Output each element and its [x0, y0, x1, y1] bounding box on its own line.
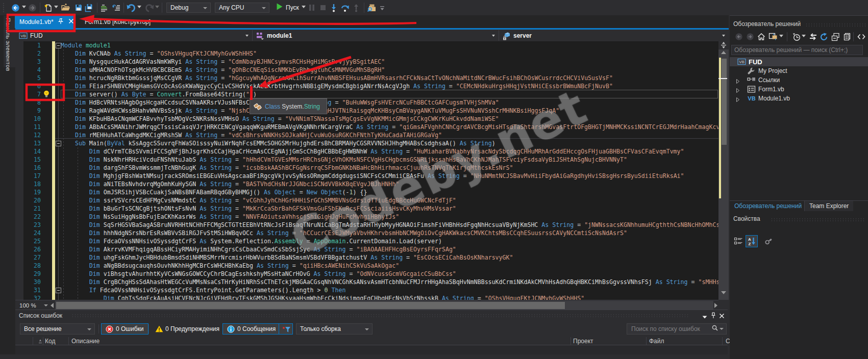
- error-list-search-input[interactable]: Поиск по списку ошибок: [627, 323, 727, 335]
- se-switch-views-button[interactable]: [768, 32, 778, 42]
- nav-back-button[interactable]: [11, 2, 20, 14]
- messages-filter-button[interactable]: 0 Сообщения: [222, 323, 280, 335]
- chevron-down-icon[interactable]: [22, 6, 26, 8]
- start-debugging-button[interactable]: Пуск: [276, 2, 299, 14]
- expander-icon[interactable]: [736, 96, 739, 104]
- code-editor[interactable]: 1234567891011121314151617181920212223242…: [15, 41, 718, 300]
- column-separator: [722, 337, 723, 345]
- horizontal-scrollbar[interactable]: 100 %: [15, 300, 718, 310]
- find-in-files-button[interactable]: [367, 2, 377, 14]
- column-header-0[interactable]: Код: [45, 337, 55, 345]
- splitter-handle[interactable]: [718, 41, 729, 49]
- filter-button[interactable]: [279, 323, 293, 335]
- scroll-left-arrow[interactable]: [51, 303, 54, 308]
- new-file-button[interactable]: [44, 2, 53, 14]
- solution-explorer-panel: Обозреватель решений Обозреватель решени…: [730, 15, 868, 359]
- open-file-button[interactable]: [61, 2, 70, 14]
- indicator-margin[interactable]: [15, 41, 23, 300]
- chevron-down-icon[interactable]: [245, 35, 249, 37]
- chevron-down-icon[interactable]: [137, 6, 141, 8]
- outlining-margin[interactable]: [55, 41, 61, 300]
- svg-text:VB: VB: [20, 34, 26, 38]
- toolbar-overflow-button[interactable]: [379, 2, 385, 14]
- toolbox-vertical-tab[interactable]: Панель элементов: [4, 16, 15, 67]
- start-options-chevron[interactable]: [302, 6, 306, 8]
- tab-solution-explorer[interactable]: Обозреватель решений: [730, 201, 806, 211]
- column-header-3[interactable]: Файл: [649, 337, 664, 345]
- expander-icon[interactable]: [736, 87, 739, 94]
- se-show-all-files-button[interactable]: [841, 32, 852, 42]
- scroll-right-arrow[interactable]: [714, 303, 717, 308]
- code-line-27: Dim uhgFskGhmJycHBHdubBmsdSdiNHMBSMrrNrc…: [61, 253, 718, 262]
- column-header-2[interactable]: Проект: [573, 337, 593, 345]
- code-line-10: Dim KFbuHBAsCNqmWCFABvvhyTsbMOgVcSNKRsNs…: [61, 115, 718, 123]
- grip-button[interactable]: [2, 2, 6, 14]
- build-filter-combobox[interactable]: Только сборка: [296, 323, 373, 335]
- warnings-filter-button[interactable]: 0 Предупреждения: [151, 323, 224, 335]
- undo-button[interactable]: [126, 2, 136, 14]
- tree-item-module1-vb[interactable]: VBModule1.vb: [730, 94, 868, 103]
- window-position-menu-icon[interactable]: [701, 312, 708, 320]
- tree-item-fud[interactable]: VBFUD: [730, 57, 868, 66]
- solution-tree: VBFUDMy ProjectСсылкиForm1.vbVBModule1.v…: [730, 57, 868, 103]
- expander-icon[interactable]: [736, 78, 739, 85]
- horizontal-scroll-track[interactable]: [55, 301, 713, 310]
- navbar-label: server: [513, 32, 532, 39]
- lightbulb-icon[interactable]: [43, 90, 50, 98]
- outdent-lines-button[interactable]: [112, 2, 121, 14]
- tree-item-form1-vb[interactable]: Form1.vb: [730, 85, 868, 94]
- scroll-down-arrow[interactable]: [721, 291, 726, 294]
- column-header-1[interactable]: Описание: [71, 337, 100, 345]
- close-icon[interactable]: [718, 312, 726, 320]
- scroll-up-arrow[interactable]: [721, 51, 726, 54]
- vertical-scroll-thumb[interactable]: [722, 59, 727, 145]
- navbar-dropdown-fud[interactable]: VBFUD: [15, 30, 252, 41]
- line-number: 10: [23, 115, 41, 123]
- se-collapse-all-button[interactable]: [830, 32, 840, 42]
- save-button[interactable]: [75, 2, 83, 14]
- indent-lines-button[interactable]: [100, 2, 109, 14]
- categorized-button[interactable]: [732, 235, 745, 247]
- save-all-button[interactable]: [84, 2, 94, 14]
- pin-icon[interactable]: [709, 312, 717, 320]
- se-pending-changes-button[interactable]: [791, 32, 801, 42]
- navbar-dropdown-module1[interactable]: module1: [252, 30, 499, 41]
- se-view-code-button[interactable]: [856, 32, 866, 42]
- quick-info-tooltip: Class System.String: [250, 98, 327, 114]
- toolbar-separator: [40, 3, 40, 13]
- chevron-down-icon[interactable]: [54, 6, 58, 8]
- step-into-button[interactable]: [331, 2, 337, 14]
- chevron-down-icon[interactable]: [779, 35, 783, 37]
- tree-item-my-project[interactable]: My Project: [730, 66, 868, 75]
- scope-filter-combobox[interactable]: Все решение: [20, 323, 95, 335]
- solution-explorer-title: Обозреватель решений: [733, 20, 801, 28]
- tree-item-ссылки[interactable]: Ссылки: [730, 75, 868, 85]
- tab-form1-vb-designer[interactable]: Form1.vb [Конструктор]: [80, 16, 156, 28]
- chevron-down-icon[interactable]: [492, 35, 495, 37]
- step-over-button[interactable]: [341, 2, 350, 14]
- code-line-9: Dim RagWAVdHCWssBHahvWNVBsSsjk As String…: [61, 107, 718, 115]
- errors-filter-button[interactable]: 0 Ошибки: [101, 323, 148, 335]
- alphabetical-button[interactable]: AZ: [746, 235, 758, 247]
- vertical-scrollbar[interactable]: [718, 41, 729, 310]
- severity-sort-icon[interactable]: [38, 337, 43, 345]
- chevron-down-icon[interactable]: [722, 35, 725, 37]
- editor-zoom-control[interactable]: 100 %: [17, 301, 49, 310]
- chevron-down-icon: [262, 7, 266, 9]
- tab-module1-vb[interactable]: Module1.vb*: [15, 16, 75, 28]
- navbar-dropdown-server[interactable]: server: [499, 30, 729, 41]
- pin-icon[interactable]: [58, 18, 64, 26]
- chevron-down-icon[interactable]: [155, 6, 159, 8]
- chevron-down-icon[interactable]: [802, 35, 806, 37]
- solution-platforms-combobox[interactable]: Any CPU: [215, 3, 269, 13]
- horizontal-scroll-thumb[interactable]: [56, 302, 565, 309]
- se-sync-button[interactable]: [808, 32, 818, 42]
- close-icon[interactable]: [68, 18, 74, 25]
- solution-configurations-combobox[interactable]: Debug: [166, 3, 211, 13]
- tab-team-explorer[interactable]: Team Explorer: [804, 201, 853, 211]
- code-line-32: Dim CghTsSdgEckAuAsiHCVENcNJcGiVEHdBrvTE…: [61, 294, 718, 300]
- se-refresh-button[interactable]: [819, 32, 829, 42]
- se-home-button[interactable]: [756, 32, 766, 42]
- solution-explorer-search-input[interactable]: Обозреватель решений — поиск (Ctrl+;): [731, 45, 863, 55]
- line-number: 21: [23, 204, 41, 213]
